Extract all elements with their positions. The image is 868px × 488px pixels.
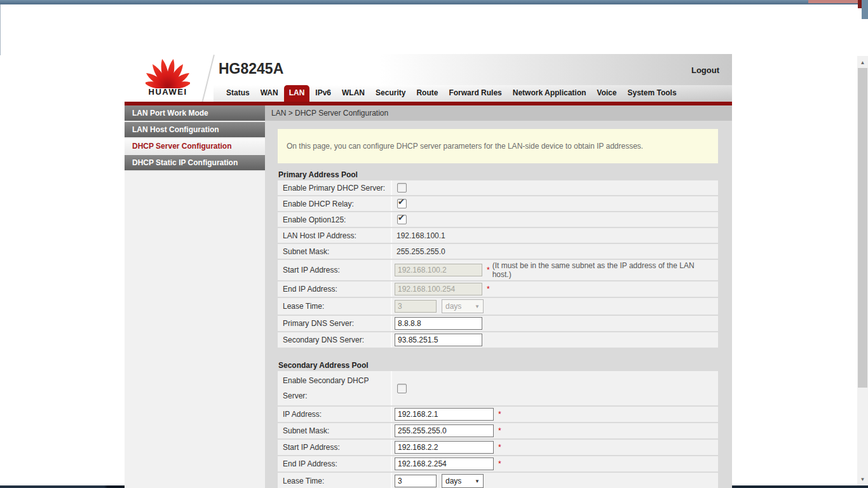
breadcrumb: LAN > DHCP Server Configuration xyxy=(265,105,732,121)
row-value xyxy=(392,383,718,395)
table-row: Enable DHCP Relay:✔ xyxy=(278,196,718,211)
scroll-down-button[interactable]: ▼ xyxy=(857,474,868,484)
select-lease-unit: days▼ xyxy=(442,299,484,313)
row-value xyxy=(392,316,718,331)
sidebar: LAN Port Work ModeLAN Host Configuration… xyxy=(125,105,265,488)
tab-forward-rules[interactable]: Forward Rules xyxy=(444,85,506,102)
table-row: End IP Address:* xyxy=(278,281,718,297)
logout-button[interactable]: Logout xyxy=(691,65,719,75)
checkbox-enable-option125[interactable]: ✔ xyxy=(397,215,407,224)
checkbox-enable-dhcp-relay[interactable]: ✔ xyxy=(397,199,407,208)
dropdown-arrow-icon: ▼ xyxy=(475,304,480,309)
table-row: End IP Address:* xyxy=(278,456,718,471)
row-value: * xyxy=(392,281,718,297)
section-title: Primary Address Pool xyxy=(278,169,718,180)
input-subnet-mask[interactable] xyxy=(395,424,494,437)
vertical-scrollbar[interactable]: ▲ ▼ xyxy=(857,56,868,485)
window-top-strip-accent xyxy=(808,0,860,3)
tab-network-application[interactable]: Network Application xyxy=(508,85,592,102)
row-label: IP Address: xyxy=(278,407,392,422)
lease-unit-value: days xyxy=(445,302,461,311)
tab-wan[interactable]: WAN xyxy=(255,85,283,102)
input-lease-time[interactable] xyxy=(395,475,437,487)
row-value: * xyxy=(392,407,718,422)
dropdown-arrow-icon: ▼ xyxy=(475,478,480,484)
row-label: End IP Address: xyxy=(278,456,392,471)
window-left-edge xyxy=(0,4,1,55)
row-label: End IP Address: xyxy=(278,281,392,297)
scroll-up-button[interactable]: ▲ xyxy=(857,57,868,67)
required-asterisk: * xyxy=(487,285,490,294)
sidebar-item-dhcp-server-configuration[interactable]: DHCP Server Configuration xyxy=(125,139,265,155)
row-label: Enable Option125: xyxy=(278,212,392,227)
section-secondary-address-pool: Secondary Address PoolEnable Secondary D… xyxy=(278,360,718,488)
header-diagonal-divider xyxy=(201,55,215,102)
input-end-ip-address[interactable] xyxy=(395,458,494,470)
content-inner: On this page, you can configure DHCP ser… xyxy=(265,121,732,488)
table-row: Lease Time:days▼ xyxy=(278,298,718,315)
check-icon: ✔ xyxy=(398,214,405,222)
window-corner-blue xyxy=(862,0,868,19)
table-row: Enable Secondary DHCP Server: xyxy=(278,371,718,405)
row-value: 255.255.255.0 xyxy=(392,246,718,257)
table-row: Lease Time:days▼ xyxy=(278,473,718,488)
window-top-strip xyxy=(0,0,868,4)
sidebar-item-dhcp-static-ip-configuration[interactable]: DHCP Static IP Configuration xyxy=(125,155,265,172)
row-value: 192.168.100.1 xyxy=(392,230,718,241)
huawei-logo: HUAWEI xyxy=(139,57,197,97)
row-value: days▼ xyxy=(392,473,718,488)
table-row: Primary DNS Server: xyxy=(278,316,718,331)
check-icon: ✔ xyxy=(398,198,405,206)
info-note: On this page, you can configure DHCP ser… xyxy=(278,129,718,163)
tab-system-tools[interactable]: System Tools xyxy=(622,85,681,102)
input-end-ip-address xyxy=(395,283,482,295)
tab-wlan[interactable]: WLAN xyxy=(337,85,370,102)
tab-security[interactable]: Security xyxy=(370,85,410,102)
checkbox-enable-secondary-dhcp-server[interactable] xyxy=(397,384,407,393)
app-header: HUAWEI HG8245A Logout StatusWANLANIPv6WL… xyxy=(125,54,732,102)
router-admin-page: HUAWEI HG8245A Logout StatusWANLANIPv6WL… xyxy=(125,54,732,488)
row-label: Enable DHCP Relay: xyxy=(278,196,392,211)
row-value xyxy=(392,332,718,348)
table-row: Subnet Mask:* xyxy=(278,423,718,438)
tab-route[interactable]: Route xyxy=(411,85,443,102)
table-row: Subnet Mask:255.255.255.0 xyxy=(278,244,718,259)
scroll-down-icon: ▼ xyxy=(860,477,865,482)
row-value: days▼ xyxy=(392,298,718,315)
row-label: Enable Primary DHCP Server: xyxy=(278,180,392,195)
row-value: ✔ xyxy=(392,214,718,226)
sidebar-item-lan-port-work-mode[interactable]: LAN Port Work Mode xyxy=(125,105,265,122)
input-secondary-dns-server[interactable] xyxy=(395,334,482,346)
field-note: (It must be in the same subnet as the IP… xyxy=(492,261,713,279)
tab-status[interactable]: Status xyxy=(221,85,255,102)
table-row: LAN Host IP Address:192.168.100.1 xyxy=(278,228,718,243)
table-row: Start IP Address:*(It must be in the sam… xyxy=(278,260,718,280)
table-row: Enable Primary DHCP Server: xyxy=(278,180,718,195)
brand-label: HUAWEI xyxy=(139,87,197,97)
tab-voice[interactable]: Voice xyxy=(592,85,621,102)
row-value xyxy=(392,182,718,194)
input-ip-address[interactable] xyxy=(395,408,494,421)
section-primary-address-pool: Primary Address PoolEnable Primary DHCP … xyxy=(278,169,718,348)
huawei-flower-icon xyxy=(146,57,190,88)
tab-ipv6[interactable]: IPv6 xyxy=(310,85,336,102)
input-start-ip-address[interactable] xyxy=(395,441,494,454)
row-value: * xyxy=(392,440,718,455)
required-asterisk: * xyxy=(498,459,501,468)
sidebar-item-lan-host-configuration[interactable]: LAN Host Configuration xyxy=(125,122,265,139)
select-lease-unit[interactable]: days▼ xyxy=(442,474,484,488)
required-asterisk: * xyxy=(498,426,501,435)
input-primary-dns-server[interactable] xyxy=(395,317,482,330)
scroll-up-icon: ▲ xyxy=(860,60,865,65)
scrollbar-thumb[interactable] xyxy=(858,68,867,388)
row-value: * xyxy=(392,423,718,438)
tab-lan[interactable]: LAN xyxy=(284,85,310,102)
lease-unit-value: days xyxy=(445,477,461,485)
checkbox-enable-primary-dhcp-server[interactable] xyxy=(397,183,407,193)
row-label: Start IP Address: xyxy=(278,440,392,455)
table-row: IP Address:* xyxy=(278,407,718,422)
section-title: Secondary Address Pool xyxy=(278,360,718,371)
row-label: Subnet Mask: xyxy=(278,423,392,438)
required-asterisk: * xyxy=(498,410,501,419)
row-value: * xyxy=(392,456,718,471)
